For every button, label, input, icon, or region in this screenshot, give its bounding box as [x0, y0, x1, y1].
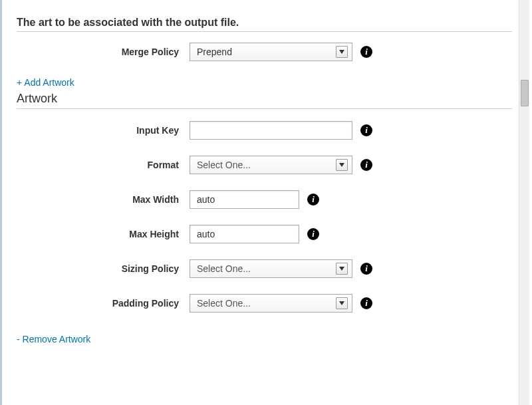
padding-policy-select[interactable]: Select One... [190, 294, 352, 313]
chevron-down-icon [336, 263, 348, 275]
remove-artwork-link[interactable]: - Remove Artwork [17, 334, 90, 344]
add-artwork-link[interactable]: + Add Artwork [17, 77, 74, 88]
scrollbar[interactable] [519, 0, 529, 361]
format-value: Select One... [197, 160, 251, 170]
padding-policy-value: Select One... [197, 298, 251, 309]
chevron-down-icon [336, 46, 348, 58]
left-accent-bar [0, 0, 2, 361]
max-height-row: Max Height i [17, 225, 512, 243]
info-icon[interactable]: i [360, 297, 372, 309]
sizing-policy-row: Sizing Policy Select One... i [17, 259, 512, 278]
max-height-field[interactable] [190, 225, 299, 243]
scrollbar-thumb[interactable] [521, 80, 529, 106]
max-height-label: Max Height [17, 229, 190, 239]
format-label: Format [17, 160, 190, 170]
max-width-row: Max Width i [17, 190, 512, 209]
sizing-policy-value: Select One... [197, 263, 251, 274]
info-icon[interactable]: i [307, 228, 319, 240]
info-icon[interactable]: i [360, 159, 372, 171]
max-width-field[interactable] [190, 190, 299, 209]
max-width-label: Max Width [17, 194, 190, 205]
input-key-row: Input Key i [17, 121, 512, 140]
merge-policy-label: Merge Policy [17, 47, 190, 57]
sizing-policy-label: Sizing Policy [17, 263, 190, 274]
section-description: The art to be associated with the output… [17, 17, 512, 32]
form-container: The art to be associated with the output… [17, 17, 512, 344]
merge-policy-row: Merge Policy Prepend i [17, 43, 512, 61]
format-select[interactable]: Select One... [190, 156, 352, 174]
format-row: Format Select One... i [17, 156, 512, 174]
sizing-policy-select[interactable]: Select One... [190, 259, 352, 278]
artwork-heading: Artwork [17, 92, 512, 109]
input-key-field[interactable] [190, 121, 352, 140]
input-key-label: Input Key [17, 125, 190, 136]
info-icon[interactable]: i [360, 46, 372, 58]
merge-policy-select[interactable]: Prepend [190, 43, 352, 61]
info-icon[interactable]: i [307, 194, 319, 205]
chevron-down-icon [336, 159, 348, 171]
info-icon[interactable]: i [360, 263, 372, 275]
merge-policy-value: Prepend [197, 47, 232, 57]
info-icon[interactable]: i [360, 124, 372, 136]
chevron-down-icon [336, 297, 348, 309]
padding-policy-row: Padding Policy Select One... i [17, 294, 512, 313]
padding-policy-label: Padding Policy [17, 298, 190, 309]
